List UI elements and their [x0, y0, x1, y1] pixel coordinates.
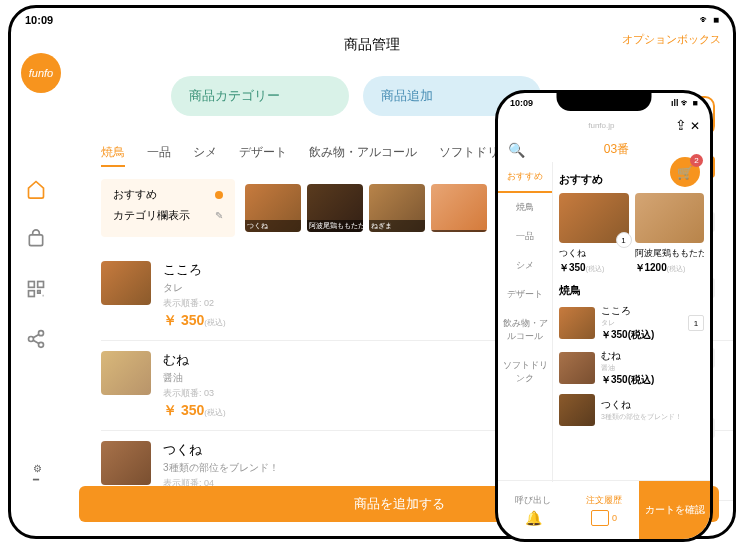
row-name: むね	[601, 349, 704, 363]
subcategory-box[interactable]: おすすめ カテゴリ欄表示✎	[101, 179, 235, 237]
list-item[interactable]: こころ タレ ￥350(税込) 1	[559, 304, 704, 342]
signal-icon: ıll ᯤ ■	[671, 98, 698, 108]
cart-badge: 2	[690, 154, 703, 167]
card-price: ￥350(税込)	[559, 261, 629, 275]
sidebar-cat-recommend[interactable]: おすすめ	[498, 162, 552, 193]
share-icon[interactable]	[25, 328, 47, 350]
thumb-1[interactable]	[245, 184, 301, 232]
subcat-name: おすすめ	[113, 187, 157, 202]
filter-icon[interactable]: ⚙━	[23, 460, 51, 488]
phone-body: おすすめ 焼鳥 一品 シメ デザート 飲み物・アルコール ソフトドリンク おすす…	[498, 162, 710, 482]
item-image	[101, 351, 151, 395]
category-button[interactable]: 商品カテゴリー	[171, 76, 349, 116]
card-name: 阿波尾鶏ももたたき	[635, 247, 705, 260]
row-info: つくね 3種類の部位をブレンド！	[601, 398, 704, 422]
list-item[interactable]: つくね 3種類の部位をブレンド！	[559, 394, 704, 426]
wifi-icon: ᯤ ■	[700, 14, 719, 26]
thumbnail-row	[245, 184, 487, 232]
tablet-sidebar	[11, 178, 61, 350]
history-button[interactable]: 注文履歴 0	[569, 481, 640, 539]
sidebar-cat-yakitori[interactable]: 焼鳥	[498, 193, 552, 222]
domain-label: funfo.jp	[588, 121, 614, 130]
qr-icon[interactable]	[25, 278, 47, 300]
tablet-header: 商品管理 オプションボックス	[11, 32, 733, 58]
card-name: つくね	[559, 247, 629, 260]
page-title: 商品管理	[344, 36, 400, 52]
thumb-2[interactable]	[307, 184, 363, 232]
receipt-icon	[591, 510, 609, 526]
phone-category-sidebar: おすすめ 焼鳥 一品 シメ デザート 飲み物・アルコール ソフトドリンク	[498, 162, 553, 482]
qty-badge: 1	[688, 315, 704, 331]
phone-main: おすすめ 1 つくね ￥350(税込) 阿波尾鶏ももたたき ￥1200(税込) …	[553, 162, 710, 482]
recommend-grid: 1 つくね ￥350(税込) 阿波尾鶏ももたたき ￥1200(税込)	[559, 193, 704, 275]
row-sub: 醤油	[601, 363, 704, 373]
logo[interactable]: funfo	[21, 53, 61, 93]
phone-bottom-bar: 呼び出し 🔔 注文履歴 0 カートを確認	[498, 480, 710, 539]
product-card[interactable]: 阿波尾鶏ももたたき ￥1200(税込)	[635, 193, 705, 275]
row-info: むね 醤油 ￥350(税込)	[601, 349, 704, 387]
subcat-display: カテゴリ欄表示	[113, 208, 190, 223]
svg-point-6	[39, 342, 44, 347]
row-name: つくね	[601, 398, 704, 412]
share-icon[interactable]: ⇪	[675, 117, 687, 133]
table-number: 03番	[533, 141, 700, 158]
sidebar-cat-ippin[interactable]: 一品	[498, 222, 552, 251]
call-button[interactable]: 呼び出し 🔔	[498, 481, 569, 539]
pencil-icon[interactable]: ✎	[215, 210, 223, 221]
tab-drinks[interactable]: 飲み物・アルコール	[309, 144, 417, 167]
row-info: こころ タレ ￥350(税込)	[601, 304, 682, 342]
card-image: 1	[559, 193, 629, 243]
row-sub: 3種類の部位をブレンド！	[601, 412, 704, 422]
tab-shime[interactable]: シメ	[193, 144, 217, 167]
row-name: こころ	[601, 304, 682, 318]
section-title: 焼鳥	[559, 283, 704, 298]
bell-icon: 🔔	[525, 510, 542, 526]
sidebar-cat-dessert[interactable]: デザート	[498, 280, 552, 309]
thumb-4[interactable]	[431, 184, 487, 232]
product-card[interactable]: 1 つくね ￥350(税込)	[559, 193, 629, 275]
history-count: 0	[612, 513, 617, 523]
history-label: 注文履歴	[586, 494, 622, 507]
svg-point-5	[29, 337, 34, 342]
check-cart-button[interactable]: カートを確認	[639, 481, 710, 539]
tab-ippin[interactable]: 一品	[147, 144, 171, 167]
svg-rect-3	[29, 291, 35, 297]
product-list: こころ タレ ￥350(税込) 1 むね 醤油 ￥350(税込)	[559, 304, 704, 426]
cart-button[interactable]: 🛒2	[670, 157, 700, 187]
phone-frame: 10:09 ıll ᯤ ■ funfo.jp ⇪ ✕ 🔍 03番 🛒2 おすすめ…	[495, 90, 713, 542]
card-image	[635, 193, 705, 243]
phone-header: funfo.jp ⇪ ✕	[498, 113, 710, 137]
row-price: ￥350(税込)	[601, 328, 682, 342]
header-actions: ⇪ ✕	[675, 117, 700, 133]
row-image	[559, 307, 595, 339]
row-image	[559, 394, 595, 426]
item-image	[101, 261, 151, 305]
list-item[interactable]: むね 醤油 ￥350(税込)	[559, 349, 704, 387]
item-image	[101, 441, 151, 485]
search-icon[interactable]: 🔍	[508, 142, 525, 158]
close-icon[interactable]: ✕	[690, 119, 700, 133]
row-price: ￥350(税込)	[601, 373, 704, 387]
tab-dessert[interactable]: デザート	[239, 144, 287, 167]
sidebar-cat-soft[interactable]: ソフトドリンク	[498, 351, 552, 393]
svg-rect-1	[29, 282, 35, 288]
bag-icon[interactable]	[25, 228, 47, 250]
svg-rect-0	[29, 235, 42, 246]
svg-rect-2	[38, 282, 44, 288]
home-icon[interactable]	[25, 178, 47, 200]
qty-badge: 1	[616, 232, 632, 248]
tablet-status-bar: 10:09 ᯤ ■	[11, 8, 733, 32]
row-sub: タレ	[601, 318, 682, 328]
sidebar-cat-shime[interactable]: シメ	[498, 251, 552, 280]
option-box-link[interactable]: オプションボックス	[622, 32, 721, 47]
phone-time: 10:09	[510, 98, 533, 108]
row-image	[559, 352, 595, 384]
card-price: ￥1200(税込)	[635, 261, 705, 275]
tablet-time: 10:09	[25, 14, 53, 26]
thumb-3[interactable]	[369, 184, 425, 232]
tab-yakitori[interactable]: 焼鳥	[101, 144, 125, 167]
sidebar-cat-drinks[interactable]: 飲み物・アルコール	[498, 309, 552, 351]
phone-notch	[557, 93, 652, 111]
call-label: 呼び出し	[515, 494, 551, 507]
active-dot-icon	[215, 191, 223, 199]
